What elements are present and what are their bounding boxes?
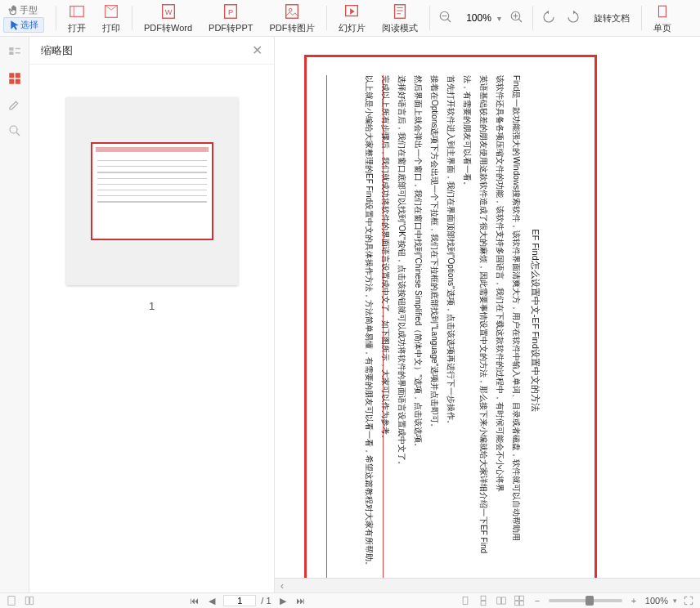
open-button[interactable]: 打开 <box>60 1 94 36</box>
zoom-slider[interactable] <box>549 599 622 602</box>
svg-rect-0 <box>70 6 84 16</box>
svg-rect-16 <box>15 73 20 78</box>
svg-rect-22 <box>481 596 486 600</box>
search-toggle[interactable] <box>4 120 25 141</box>
cursor-icon <box>9 20 20 31</box>
single-page-icon <box>653 2 671 20</box>
select-tool-label: 选择 <box>20 19 38 31</box>
reading-mode-button[interactable]: 阅读模式 <box>374 1 426 36</box>
pdf-to-ppt-button[interactable]: P PDF转PPT <box>200 1 261 36</box>
svg-point-19 <box>10 126 17 133</box>
rotate-left-button[interactable] <box>536 7 561 29</box>
doc-paragraph: 然后界面上就会弹出一个窗口，我们在窗口中找到"Chinese Simplifie… <box>411 59 424 582</box>
svg-rect-25 <box>501 597 505 604</box>
svg-rect-18 <box>15 79 20 84</box>
zoom-in-button[interactable] <box>505 7 529 29</box>
svg-point-7 <box>289 8 292 11</box>
status-doc-icon[interactable] <box>5 594 18 607</box>
print-icon <box>102 2 120 20</box>
svg-rect-9 <box>394 4 405 18</box>
last-page-icon[interactable]: ⏭ <box>294 594 307 607</box>
svg-rect-20 <box>8 597 15 606</box>
ppt-icon: P <box>222 2 240 20</box>
print-button[interactable]: 打印 <box>94 1 128 36</box>
view-continuous-icon[interactable] <box>477 594 490 607</box>
svg-rect-27 <box>519 596 523 600</box>
svg-rect-17 <box>9 79 14 84</box>
word-icon: W <box>159 2 177 20</box>
svg-rect-15 <box>9 73 14 78</box>
view-facing-icon[interactable] <box>495 594 508 607</box>
svg-rect-12 <box>658 6 666 17</box>
view-facing-continuous-icon[interactable] <box>513 594 526 607</box>
zoom-out-icon <box>437 8 455 26</box>
doc-paragraph: 英语基础较差的朋友使用这款软件造成了很大的麻烦，因此需要事情设置中文的方法，那么… <box>477 59 490 582</box>
doc-paragraph: Find是一款功能强大的Windows搜索软件，该软件界面清爽大方，用户在软件中… <box>509 59 523 582</box>
thumbnail-page-1[interactable] <box>66 97 238 285</box>
scroll-left-icon[interactable]: ‹ <box>275 579 289 592</box>
doc-paragraph: 选择好语言后，我们在窗口底部可以找到"OK"按钮，点击该按钮就可以成功将软件的界… <box>395 59 408 582</box>
grid-toggle[interactable] <box>4 68 25 89</box>
chevron-down-icon[interactable]: ▾ <box>497 14 501 23</box>
page-total: / 1 <box>261 596 271 606</box>
thumbnails-toggle[interactable] <box>4 42 25 63</box>
thumbnail-page-number: 1 <box>149 300 155 312</box>
single-page-button[interactable]: 单页 <box>645 1 680 36</box>
horizontal-scrollbar[interactable]: ‹ <box>275 578 700 592</box>
chevron-down-icon[interactable]: ▾ <box>673 597 677 605</box>
svg-rect-24 <box>497 597 501 604</box>
status-bar: ⏮ ◀ / 1 ▶ ⏭ − + 100% ▾ <box>0 592 700 608</box>
thumbnail-title: 缩略图 <box>41 43 73 58</box>
fullscreen-icon[interactable] <box>682 594 695 607</box>
status-zoom-out-icon[interactable]: − <box>531 594 544 607</box>
zoom-input[interactable] <box>461 12 497 24</box>
svg-rect-13 <box>9 47 13 51</box>
doc-paragraph: 首先打开软件进入到主界面，我们在界面顶部找到"Options"选项，点击该选项再… <box>444 59 457 582</box>
pdf-to-word-button[interactable]: W PDF转Word <box>136 1 200 36</box>
svg-rect-6 <box>286 4 298 18</box>
zoom-in-icon <box>508 8 526 26</box>
page-canvas: EF Find怎么设置中文-EF Find设置中文的方法 Find是一款功能强大… <box>304 55 597 586</box>
page-input[interactable] <box>223 595 256 606</box>
svg-rect-26 <box>515 596 519 600</box>
status-zoom-value: 100% <box>645 596 668 606</box>
pdf-to-image-button[interactable]: PDF转图片 <box>262 1 323 36</box>
hand-icon <box>8 5 20 16</box>
edit-toggle[interactable] <box>4 94 25 115</box>
play-icon <box>343 2 361 20</box>
status-zoom-in-icon[interactable]: + <box>627 594 640 607</box>
zoom-out-button[interactable] <box>433 7 458 29</box>
slideshow-button[interactable]: 幻灯片 <box>330 1 374 36</box>
thumbnail-panel: 缩略图 ✕ 1 <box>29 37 275 592</box>
view-single-icon[interactable] <box>459 594 472 607</box>
main-toolbar: 手型 选择 打开 打印 W PDF转Word P PDF转PPT PDF转图片 … <box>0 0 700 37</box>
doc-paragraph: 接着在Options选项下方会出现一个下拉框，我们在下拉框的底部找到"Langu… <box>428 59 441 582</box>
reading-icon <box>391 2 409 20</box>
svg-rect-28 <box>515 601 519 606</box>
rotate-left-icon <box>540 8 558 26</box>
rotate-doc-button[interactable]: 旋转文档 <box>586 11 638 26</box>
open-icon <box>68 2 86 20</box>
doc-paragraph: 完成以上所有步骤后，我们就成功将软件的界面语言设置成中文了，如下图所示，大家可以… <box>379 59 392 582</box>
doc-paragraph: 以上就是小编给大家整理的EF Find设置中文的具体操作方法，方法简单易懂，有需… <box>362 59 375 582</box>
status-book-icon[interactable] <box>23 594 36 607</box>
doc-title: EF Find怎么设置中文-EF Find设置中文的方法 <box>527 59 542 582</box>
doc-paragraph: 该软件还具备各项压缩文件的功能，该软件支持多国语言，我们在下载这款软件的过程中，… <box>493 59 506 582</box>
next-page-icon[interactable]: ▶ <box>276 594 289 607</box>
rotate-right-button[interactable] <box>561 7 586 29</box>
first-page-icon[interactable]: ⏮ <box>187 594 200 607</box>
svg-text:W: W <box>164 7 172 16</box>
hand-tool-button[interactable]: 手型 <box>3 3 43 17</box>
select-tool-button[interactable]: 选择 <box>3 17 44 33</box>
svg-rect-29 <box>519 601 523 606</box>
svg-rect-14 <box>9 51 13 55</box>
prev-page-icon[interactable]: ◀ <box>205 594 218 607</box>
image-icon <box>283 2 301 20</box>
document-viewer[interactable]: EF Find怎么设置中文-EF Find设置中文的方法 Find是一款功能强大… <box>275 37 700 592</box>
zoom-display[interactable]: ▾ <box>461 12 501 24</box>
hand-tool-label: 手型 <box>20 4 38 16</box>
svg-text:P: P <box>228 7 233 16</box>
close-icon[interactable]: ✕ <box>252 42 262 58</box>
svg-rect-21 <box>463 597 468 604</box>
rotate-right-icon <box>564 8 582 26</box>
